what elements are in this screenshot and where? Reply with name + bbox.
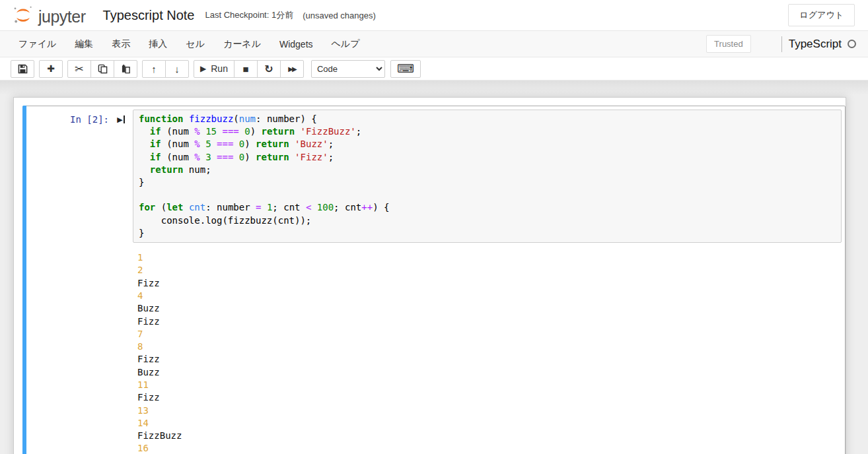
output-prompt [26,251,109,256]
notebook-title[interactable]: Typescript Note [103,8,195,23]
copy-icon [98,64,108,74]
jupyter-logo-text: jupyter [38,7,86,26]
expand-output-icon: ▶ [117,115,124,123]
fast-forward-icon: ▶▶ [288,65,295,73]
move-cell-down-button[interactable]: ↓ [165,60,189,78]
menu-edit[interactable]: 編集 [65,32,102,57]
logout-button[interactable]: ログアウト [788,4,855,26]
unsaved-changes-text: (unsaved changes) [303,11,376,20]
code-editor[interactable]: function fizzbuzz(num: number) { if (num… [133,110,842,243]
menu-cell[interactable]: セル [176,32,214,57]
paste-icon [121,64,131,74]
menu-kernel[interactable]: カーネル [214,32,270,57]
kernel-divider [781,36,782,52]
run-label: Run [211,63,228,74]
run-button[interactable]: ▶ Run [194,60,235,78]
arrow-up-icon: ↑ [151,63,157,75]
copy-cell-button[interactable] [90,60,114,78]
keyboard-icon: ⌨ [397,61,414,76]
kernel-name: TypeScript [789,38,842,51]
jupyter-logo[interactable]: jupyter [12,4,86,26]
cell-output-area: 1 2 Fizz 4 Buzz Fizz 7 8 Fizz Buzz 11 Fi… [26,251,842,454]
code-cell[interactable]: In [2]: ▶ function fizzbuzz(num: number)… [22,106,846,454]
kernel-status-icon [848,40,856,48]
cell-input-area: In [2]: ▶ function fizzbuzz(num: number)… [26,110,842,243]
save-icon [18,64,28,74]
paste-cell-button[interactable] [114,60,137,78]
input-prompt: In [2]: [26,110,109,125]
interrupt-kernel-button[interactable]: ■ [234,60,258,78]
output-content: 1 2 Fizz 4 Buzz Fizz 7 8 Fizz Buzz 11 Fi… [133,251,842,454]
last-checkpoint-text: Last Checkpoint: 1分前 [205,9,294,21]
menu-file[interactable]: ファイル [9,32,65,57]
move-cell-up-button[interactable]: ↑ [142,60,166,78]
trusted-badge[interactable]: Trusted [706,35,751,53]
notebook-panel: In [2]: ▶ function fizzbuzz(num: number)… [0,81,868,454]
save-button[interactable] [11,60,34,78]
restart-run-all-button[interactable]: ▶▶ [280,60,304,78]
menu-help[interactable]: ヘルプ [322,32,369,57]
toolbar: ✚ ✂ ↑ ↓ ▶ Run ■ ↻ ▶▶ Code [0,57,868,81]
selected-cell-indicator [22,106,26,454]
notebook-container: In [2]: ▶ function fizzbuzz(num: number)… [13,97,846,454]
menu-widgets[interactable]: Widgets [270,32,322,56]
menu-view[interactable]: 表示 [102,32,139,57]
menu-insert[interactable]: 挿入 [139,32,176,57]
jupyter-planet-icon [12,4,34,26]
output-expander-spacer [109,251,133,257]
plus-icon: ✚ [47,63,55,74]
menubar: ファイル 編集 表示 挿入 セル カーネル Widgets ヘルプ Truste… [0,30,868,57]
add-cell-button[interactable]: ✚ [39,60,63,78]
play-icon: ▶ [200,64,206,73]
code-content: function fizzbuzz(num: number) { if (num… [139,113,836,240]
cell-type-select[interactable]: Code [311,60,385,78]
cut-cell-button[interactable]: ✂ [67,60,91,78]
restart-icon: ↻ [264,63,273,75]
restart-kernel-button[interactable]: ↻ [257,60,281,78]
header: jupyter Typescript Note Last Checkpoint:… [0,0,868,30]
command-palette-button[interactable]: ⌨ [390,60,421,78]
arrow-down-icon: ↓ [174,63,180,75]
cell-expander[interactable]: ▶ [109,110,133,123]
scissors-icon: ✂ [75,63,83,75]
stop-icon: ■ [242,63,248,75]
